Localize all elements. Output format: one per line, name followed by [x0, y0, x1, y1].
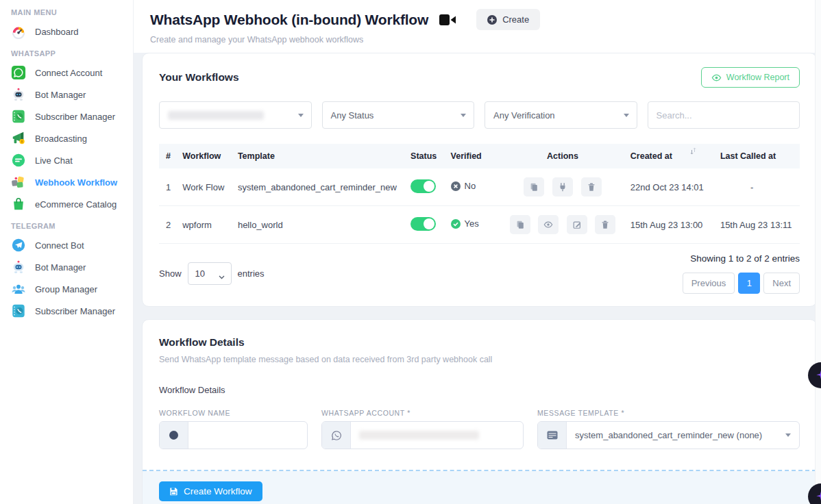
create-workflow-button[interactable]: Create Workflow	[159, 481, 262, 501]
view-action-button[interactable]	[538, 215, 559, 234]
sidebar-item-label: Connect Bot	[35, 240, 84, 251]
contact-book-icon	[11, 109, 26, 124]
robot-icon	[11, 87, 26, 102]
sidebar-item-connect-account[interactable]: Connect Account	[0, 62, 133, 84]
content: Your Workflows Workflow Report Any Statu…	[134, 53, 821, 504]
page-title: WhatsApp Webhook (in-bound) Workflow	[150, 12, 428, 28]
sidebar-item-bot-manager-wa[interactable]: Bot Manager	[0, 84, 133, 105]
search-input[interactable]	[648, 102, 800, 128]
next-page-button[interactable]: Next	[763, 273, 800, 294]
sidebar-item-connect-bot[interactable]: Connect Bot	[0, 234, 133, 256]
chevron-down-icon	[785, 433, 791, 437]
shopping-bag-icon	[11, 197, 26, 212]
row-template: hello_world	[232, 206, 405, 244]
copy-action-button[interactable]	[524, 177, 544, 197]
sidebar-item-subscriber-manager-wa[interactable]: Subscriber Manager	[0, 105, 133, 127]
entries-label: entries	[238, 268, 265, 279]
table-header-row: # Workflow Template Status Verified Acti…	[159, 144, 800, 168]
col-header-template: Template	[232, 144, 405, 168]
page-1-button[interactable]: 1	[738, 273, 760, 294]
template-card-icon	[538, 422, 567, 449]
status-toggle[interactable]	[410, 179, 436, 193]
circle-x-icon	[451, 181, 461, 191]
status-filter-select[interactable]: Any Status	[322, 101, 475, 129]
whatsapp-account-field-group: WHATSAPP ACCOUNT *	[321, 409, 524, 449]
telegram-icon	[11, 238, 26, 253]
plus-circle-icon	[487, 15, 497, 25]
row-last-called-at: 15th Aug 23 13:11	[715, 206, 800, 244]
create-workflow-label: Create Workflow	[184, 486, 252, 496]
col-header-created-at[interactable]: Created at	[625, 144, 715, 168]
sidebar-item-live-chat[interactable]: Live Chat	[0, 149, 133, 171]
row-last-called-at: -	[715, 168, 800, 206]
delete-action-button[interactable]	[595, 215, 615, 234]
copy-action-button[interactable]	[510, 215, 530, 234]
account-filter-select[interactable]	[159, 101, 312, 129]
sidebar-item-group-manager[interactable]: Group Manager	[0, 278, 133, 300]
row-num: 2	[159, 206, 177, 244]
chevron-down-icon	[219, 271, 225, 281]
status-toggle[interactable]	[410, 217, 436, 231]
message-template-select[interactable]: system_abandoned_cart_reminder_new (none…	[537, 421, 800, 449]
sidebar-item-label: Bot Manager	[35, 262, 86, 273]
table-row: 1 Work Flow system_abandoned_cart_remind…	[159, 168, 800, 206]
page-size-value: 10	[195, 268, 205, 279]
col-header-workflow: Workflow	[177, 144, 232, 168]
col-header-actions: Actions	[500, 144, 625, 168]
details-section-label: Workflow Details	[159, 385, 800, 395]
row-workflow-name: wpform	[177, 206, 232, 244]
row-created-at: 15th Aug 23 13:00	[625, 206, 715, 244]
entries-summary: Showing 1 to 2 of 2 entries	[690, 253, 800, 264]
table-row: 2 wpform hello_world Yes	[159, 206, 800, 244]
row-created-at: 22nd Oct 23 14:01	[625, 168, 715, 206]
workflows-card-title: Your Workflows	[159, 71, 239, 84]
search-box	[648, 101, 800, 129]
dashboard-icon	[11, 24, 26, 39]
sidebar-item-webhook-workflow[interactable]: Webhook Workflow	[0, 171, 133, 193]
main-area: WhatsApp Webhook (in-bound) Workflow Cre…	[134, 0, 821, 504]
page-size-select[interactable]: 10	[188, 262, 232, 285]
verification-filter-value: Any Verification	[493, 110, 555, 121]
plug-action-button[interactable]	[552, 177, 573, 197]
contact-book-icon	[11, 303, 26, 318]
show-label: Show	[159, 268, 182, 279]
workflow-name-input[interactable]	[197, 430, 299, 440]
previous-page-button[interactable]: Previous	[683, 273, 735, 294]
sidebar-item-bot-manager-tg[interactable]: Bot Manager	[0, 256, 133, 278]
col-header-verified: Verified	[445, 144, 501, 168]
create-button-label: Create	[502, 14, 529, 25]
your-workflows-card: Your Workflows Workflow Report Any Statu…	[142, 53, 817, 307]
delete-action-button[interactable]	[581, 177, 602, 197]
create-button[interactable]: Create	[476, 9, 540, 30]
sidebar-item-dashboard[interactable]: Dashboard	[0, 21, 133, 42]
whatsapp-account-select[interactable]	[321, 421, 524, 449]
scrollbar[interactable]	[815, 0, 821, 504]
verification-filter-select[interactable]: Any Verification	[485, 101, 637, 129]
sidebar-item-broadcasting[interactable]: Broadcasting	[0, 127, 133, 149]
redacted-account-value	[168, 111, 264, 120]
sidebar-item-subscriber-manager-tg[interactable]: Subscriber Manager	[0, 300, 133, 322]
sidebar-item-label: Live Chat	[35, 155, 73, 166]
workflow-name-label: WORKFLOW NAME	[159, 409, 308, 417]
workflow-report-button[interactable]: Workflow Report	[701, 67, 800, 88]
sidebar-item-label: Subscriber Manager	[35, 112, 115, 122]
eye-icon	[711, 73, 722, 83]
page-header: WhatsApp Webhook (in-bound) Workflow Cre…	[134, 0, 821, 53]
people-icon	[11, 281, 26, 297]
chevron-down-icon	[624, 114, 629, 117]
col-header-status: Status	[405, 144, 445, 168]
sidebar-item-label: Broadcasting	[35, 134, 87, 144]
video-tutorial-icon[interactable]	[439, 13, 457, 27]
whatsapp-icon	[322, 422, 351, 449]
robot-icon	[11, 260, 26, 275]
sidebar-section-whatsapp: WHATSAPP	[0, 42, 133, 62]
row-template: system_abandoned_cart_reminder_new	[232, 168, 405, 206]
edit-action-button[interactable]	[567, 215, 587, 234]
sidebar-item-ecommerce-catalog[interactable]: eCommerce Catalog	[0, 193, 133, 215]
sort-icon[interactable]	[690, 147, 696, 157]
sidebar-item-label: Group Manager	[35, 284, 97, 294]
sidebar-menu: MAIN MENU Dashboard WHATSAPP Connect Acc…	[0, 0, 133, 335]
workflow-report-label: Workflow Report	[726, 73, 789, 82]
chevron-down-icon	[461, 114, 466, 117]
save-icon	[169, 487, 178, 496]
